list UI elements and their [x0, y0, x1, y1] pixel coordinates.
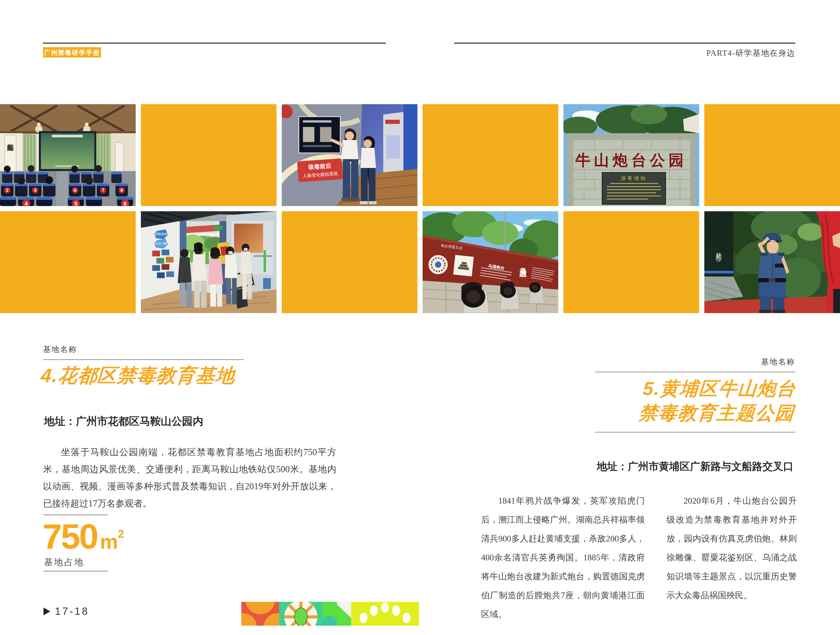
photo-stone-wall-graphic: 牛山炮台公园 游客须知	[564, 104, 699, 206]
right-base-title-line1: 5.黄埔区牛山炮台	[595, 376, 797, 401]
orange-tile	[704, 104, 840, 206]
photo-salute-boy: 林则徐	[704, 211, 840, 313]
strip-tile-sunburst	[279, 602, 323, 625]
photo-exhibit-group: 禁毒协会 社会力量	[141, 211, 276, 313]
left-base-title: 4.花都区禁毒教育基地	[40, 363, 236, 389]
stat-label: 基地占地	[44, 556, 84, 568]
header-rule-left	[43, 43, 386, 44]
stone-wall-title: 牛山炮台公园	[575, 152, 687, 169]
orange-tile	[564, 211, 699, 313]
seat-number: 6	[74, 188, 76, 193]
page-marker-arrow-icon	[44, 608, 50, 615]
header-rule-right	[454, 43, 795, 44]
part-label: PART4-研学基地在身边	[706, 48, 795, 59]
brochure-spread: 广州禁毒研学手册 PART4-研学基地在身边 抵制毒品	[0, 0, 840, 635]
photo-salute-boy-graphic: 林则徐	[704, 211, 840, 313]
left-paragraph: 坐落于马鞍山公园南端，花都区禁毒教育基地占地面积约750平方米，基地周边风景优美…	[43, 444, 336, 512]
photo-exhibit-group-graphic: 禁毒协会 社会力量	[141, 211, 276, 313]
right-section-label: 基地名称	[761, 356, 795, 367]
stat-unit: m	[100, 532, 118, 552]
photo-auditorium-graphic: 抵制毒品	[0, 104, 136, 206]
photo-exhibit-screen: 吸毒前后 人脸变化模拟系统	[282, 104, 417, 206]
right-paragraph-col2: 2020年6月，牛山炮台公园升级改造为禁毒教育基地并对外开放，园内设有仿真克虏伯…	[666, 491, 797, 605]
decorative-strip	[242, 602, 419, 625]
photo-cannon-wall-graphic: 炮台答题互动 乌涌炮台 乌涌之战	[423, 211, 558, 313]
orange-tile	[0, 211, 136, 313]
hex-sign-bottom-text: 社会力量	[155, 242, 167, 245]
left-section-label: 基地名称	[43, 344, 77, 355]
seat-number: 5	[74, 200, 77, 206]
right-base-title: 5.黄埔区牛山炮台 禁毒教育主题公园	[593, 376, 797, 425]
stat-unit-exponent: 2	[118, 528, 124, 540]
plaque-title: 游客须知	[621, 176, 647, 181]
seat-number: 3	[34, 188, 36, 193]
right-paragraph-col1: 1841年鸦片战争爆发，英军攻陷虎门后，溯江而上侵略广州。湖南总兵祥福率领清兵9…	[481, 491, 645, 624]
seat-number: 2	[6, 188, 8, 193]
right-label-rule-bottom	[595, 432, 795, 432]
orange-tile	[423, 104, 558, 206]
photo-cannon-wall: 炮台答题互动 乌涌炮台 乌涌之战	[423, 211, 558, 313]
strip-tile-circles	[242, 602, 279, 625]
seat-number: 8	[120, 188, 123, 193]
stat-area-value: 750 m 2	[43, 519, 124, 554]
strip-tile-notch	[323, 602, 351, 625]
photo-exhibit-screen-graphic: 吸毒前后 人脸变化模拟系统	[282, 104, 417, 206]
right-label-rule-top	[595, 372, 795, 372]
left-address: 地址：广州市花都区马鞍山公园内	[44, 414, 203, 428]
orange-tile	[282, 211, 417, 313]
left-label-rule	[43, 359, 244, 360]
photo-auditorium: 抵制毒品	[0, 104, 136, 206]
orange-tile	[141, 104, 276, 206]
page-number: 17-18	[55, 605, 89, 617]
seat-number: 4	[25, 200, 28, 206]
photo-stone-wall: 牛山炮台公园 游客须知	[564, 104, 699, 206]
handbook-badge: 广州禁毒研学手册	[43, 47, 101, 57]
hex-sign-top-text: 禁毒协会	[155, 232, 167, 236]
strip-tile-dots	[351, 602, 419, 625]
seat-number: 7	[102, 188, 104, 193]
stat-rule-top	[44, 515, 108, 515]
right-address: 地址：广州市黄埔区广新路与文船路交叉口	[595, 459, 795, 473]
seat-number: 6	[123, 200, 126, 206]
right-base-title-line2: 禁毒教育主题公园	[593, 401, 795, 425]
stat-rule-bottom	[44, 571, 108, 572]
stat-number: 750	[43, 519, 97, 554]
